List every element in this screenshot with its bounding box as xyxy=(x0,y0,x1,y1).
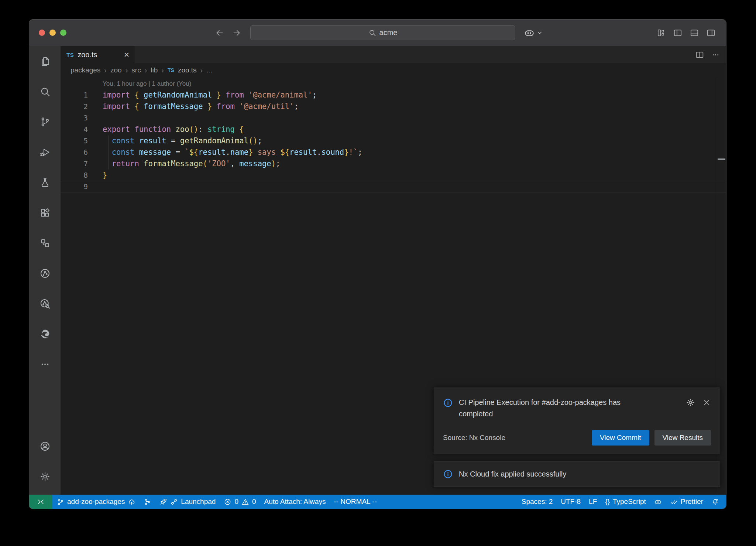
status-bar-right: Spaces: 2UTF-8LF{}TypeScriptPrettier xyxy=(518,495,726,509)
go-forward-button[interactable] xyxy=(232,28,241,38)
launchpad-status[interactable]: Launchpad xyxy=(155,495,220,509)
code-line-8[interactable]: 8} xyxy=(61,170,726,181)
nx-console-button[interactable] xyxy=(29,258,61,289)
remote-indicator[interactable] xyxy=(29,495,52,509)
git-branch-icon xyxy=(56,498,64,506)
status-label: LF xyxy=(589,498,597,506)
line-number[interactable]: 3 xyxy=(61,112,103,124)
line-number[interactable]: 9 xyxy=(61,181,103,192)
toggle-secondary-sidebar-button[interactable] xyxy=(706,28,716,38)
sidebar-left-icon xyxy=(673,28,683,38)
toggle-primary-sidebar-button[interactable] xyxy=(673,28,683,38)
status-bar: add-zoo-packagesLaunchpad00Auto Attach: … xyxy=(29,495,726,509)
encoding-status[interactable]: UTF-8 xyxy=(557,495,585,509)
status-label: Spaces: 2 xyxy=(522,498,553,506)
nx-cloud-button[interactable] xyxy=(29,289,61,319)
close-icon xyxy=(702,398,711,407)
line-number[interactable]: 5 xyxy=(61,135,103,147)
testing-button[interactable] xyxy=(29,167,61,198)
code-line-5[interactable]: 5 const result = getRandomAnimal(); xyxy=(61,135,726,147)
code-line-1[interactable]: 1import { getRandomAnimal } from '@acme/… xyxy=(61,89,726,101)
command-center-search[interactable]: acme xyxy=(250,25,515,40)
breadcrumb-item[interactable]: zoo xyxy=(110,66,122,74)
code-line-2[interactable]: 2import { formatMessage } from '@acme/ut… xyxy=(61,101,726,112)
line-number[interactable]: 1 xyxy=(61,89,103,101)
explorer-button[interactable] xyxy=(29,46,61,76)
eol-status[interactable]: LF xyxy=(585,495,601,509)
edge-tools-button[interactable] xyxy=(29,319,61,349)
breadcrumb-item[interactable]: packages xyxy=(71,66,100,74)
more-button[interactable] xyxy=(29,349,61,379)
copilot-menu[interactable] xyxy=(524,20,543,46)
toggle-panel-button[interactable] xyxy=(690,28,699,38)
breadcrumb-separator: › xyxy=(161,66,164,75)
language-status[interactable]: {}TypeScript xyxy=(601,495,650,509)
split-editor-icon xyxy=(695,50,704,59)
settings-icon xyxy=(39,471,51,482)
code-line-4[interactable]: 4export function zoo(): string { xyxy=(61,124,726,135)
notification-source: Source: Nx Console xyxy=(443,434,505,442)
source-control-button[interactable] xyxy=(29,107,61,137)
notification-settings-button[interactable] xyxy=(686,398,695,407)
zoom-window-button[interactable] xyxy=(60,30,66,36)
blame-annotation: You, 1 hour ago | 1 author (You) xyxy=(103,78,726,89)
code-line-6[interactable]: 6 const message = `${result.name} says $… xyxy=(61,147,726,158)
references-button[interactable] xyxy=(29,228,61,258)
vscode-window: acme TS zoo. xyxy=(29,19,726,509)
more-icon xyxy=(39,359,51,370)
notification-close-button[interactable] xyxy=(702,398,711,407)
testing-icon xyxy=(39,177,51,188)
go-back-button[interactable] xyxy=(215,28,224,38)
vim-mode-status[interactable]: -- NORMAL -- xyxy=(330,495,381,509)
line-number[interactable]: 6 xyxy=(61,147,103,158)
branch-status[interactable]: add-zoo-packages xyxy=(52,495,140,509)
view-commit-button[interactable]: View Commit xyxy=(592,430,649,446)
split-editor-button[interactable] xyxy=(695,50,704,59)
notification-toast-ci-pipeline: CI Pipeline Execution for #add-zoo-packa… xyxy=(434,388,720,454)
breadcrumb-item[interactable]: lib xyxy=(151,66,158,74)
breadcrumb-overflow[interactable]: ... xyxy=(206,66,212,74)
breadcrumb-item[interactable]: src xyxy=(131,66,141,74)
more-actions-button[interactable] xyxy=(711,50,720,59)
minimize-window-button[interactable] xyxy=(49,30,56,36)
breadcrumb-separator: › xyxy=(104,66,107,75)
code-text: import { formatMessage } from '@acme/uti… xyxy=(103,101,299,112)
line-number[interactable]: 4 xyxy=(61,124,103,135)
status-label: 0 xyxy=(234,498,238,506)
line-number[interactable]: 8 xyxy=(61,170,103,181)
view-results-button[interactable]: View Results xyxy=(654,430,711,446)
search-icon xyxy=(39,86,51,97)
run-and-debug-icon xyxy=(39,147,51,158)
layout-controls xyxy=(656,20,716,46)
close-tab-icon[interactable]: ✕ xyxy=(124,51,130,59)
accounts-button[interactable] xyxy=(29,431,61,461)
chevron-down-icon xyxy=(537,30,543,36)
tab-zoo-ts[interactable]: TS zoo.ts ✕ xyxy=(61,46,136,63)
auto-attach-status[interactable]: Auto Attach: Always xyxy=(260,495,330,509)
typescript-file-icon: TS xyxy=(168,67,174,73)
customize-layout-button[interactable] xyxy=(656,28,666,38)
search-button[interactable] xyxy=(29,76,61,107)
code-line-3[interactable]: 3 xyxy=(61,112,726,124)
source-control-graph-status[interactable] xyxy=(140,495,155,509)
breadcrumb-item-file[interactable]: zoo.ts xyxy=(178,66,197,74)
indentation-status[interactable]: Spaces: 2 xyxy=(518,495,557,509)
breadcrumb: packages›zoo›src›lib›TSzoo.ts›... xyxy=(61,63,726,77)
formatter-status[interactable]: Prettier xyxy=(666,495,707,509)
breadcrumb-separator: › xyxy=(145,66,147,75)
settings-button[interactable] xyxy=(29,461,61,492)
close-window-button[interactable] xyxy=(39,30,45,36)
window-controls xyxy=(29,30,66,36)
code-line-9[interactable]: 9 xyxy=(61,181,726,192)
run-and-debug-button[interactable] xyxy=(29,137,61,167)
code-text: const result = getRandomAnimal(); xyxy=(103,135,262,147)
ellipsis-icon xyxy=(711,50,720,59)
copilot-status[interactable] xyxy=(650,495,666,509)
history-nav xyxy=(215,20,241,46)
line-number[interactable]: 2 xyxy=(61,101,103,112)
extensions-button[interactable] xyxy=(29,198,61,228)
code-line-7[interactable]: 7 return formatMessage('ZOO', message); xyxy=(61,158,726,170)
notifications-bell[interactable] xyxy=(707,495,723,509)
line-number[interactable]: 7 xyxy=(61,158,103,170)
problems-status[interactable]: 00 xyxy=(220,495,260,509)
